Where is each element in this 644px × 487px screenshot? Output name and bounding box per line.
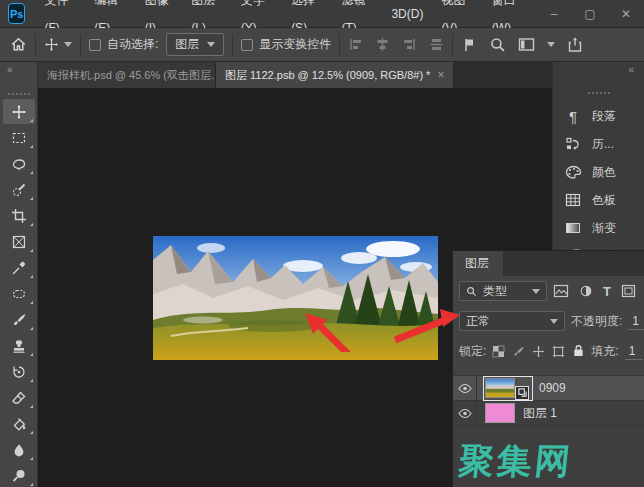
- auto-select-checkbox[interactable]: [89, 39, 101, 51]
- clone-stamp-tool[interactable]: [3, 333, 35, 358]
- dock-grip[interactable]: [588, 92, 610, 94]
- dock-collapse-control[interactable]: «: [552, 62, 644, 88]
- chevron-down-icon[interactable]: [547, 42, 555, 47]
- photoshop-window: Ps 文件(F) 编辑(E) 图像(I) 图层(L) 文字(Y) 选择(S) 滤…: [0, 0, 644, 487]
- filter-frame-icon[interactable]: [621, 284, 636, 298]
- visibility-eye-icon[interactable]: [453, 401, 477, 425]
- search-icon: [466, 286, 477, 297]
- home-icon[interactable]: [10, 36, 27, 53]
- lock-paint-icon[interactable]: [512, 345, 525, 358]
- filter-kind-value: 类型: [483, 283, 526, 300]
- color-palette-icon: [563, 165, 583, 180]
- lasso-tool[interactable]: [3, 151, 35, 176]
- lock-transparent-icon[interactable]: [492, 345, 505, 358]
- toolbar-collapse-control[interactable]: »: [0, 62, 38, 88]
- distribute-icon[interactable]: [429, 37, 444, 52]
- panel-button-paragraph[interactable]: ¶ 段落: [553, 102, 644, 130]
- auto-select-label: 自动选择:: [107, 36, 158, 53]
- share-icon[interactable]: [567, 36, 583, 53]
- auto-select-value: 图层: [175, 36, 199, 53]
- tool-options-bar: 自动选择: 图层 显示变换控件: [0, 28, 644, 62]
- chevron-down-icon: [532, 289, 540, 294]
- align-buttons: [348, 37, 444, 52]
- layers-tab[interactable]: 图层: [453, 251, 503, 276]
- workspace-icon[interactable]: [518, 37, 535, 52]
- layers-filter-row: 类型 T: [453, 276, 644, 306]
- crop-tool[interactable]: [3, 203, 35, 228]
- double-chevron-left-icon: «: [628, 64, 634, 88]
- smart-object-badge-icon: [515, 386, 529, 400]
- layers-panel-header: 图层: [453, 251, 644, 276]
- chevron-down-icon: [550, 319, 558, 324]
- document-tab-bar: » 海报样机.psd @ 45.6% (双击图层... × 图层 1122.ps…: [0, 62, 644, 88]
- layer-row-layer-1[interactable]: 图层 1: [453, 401, 644, 426]
- close-button[interactable]: ✕: [608, 0, 644, 28]
- watermark-text: 聚集网: [457, 438, 576, 485]
- lock-artboard-icon[interactable]: [552, 345, 565, 358]
- layer-thumbnail-smart-object[interactable]: [485, 378, 531, 399]
- tab-title: 图层 1122.psb @ 12.5% (0909, RGB/8#) *: [225, 68, 430, 83]
- layer-name: 0909: [539, 381, 566, 395]
- minimize-button[interactable]: –: [536, 0, 572, 28]
- lock-all-icon[interactable]: [572, 344, 585, 358]
- dodge-tool[interactable]: [3, 463, 35, 487]
- document-tab-layer-1122[interactable]: 图层 1122.psb @ 12.5% (0909, RGB/8#) * ×: [216, 62, 454, 88]
- panel-button-swatches[interactable]: 色板: [553, 186, 644, 214]
- show-transform-checkbox[interactable]: [241, 39, 253, 51]
- guides-icon[interactable]: [461, 37, 477, 53]
- quick-selection-tool[interactable]: [3, 177, 35, 202]
- move-tool[interactable]: [3, 99, 35, 124]
- layer-row-0909[interactable]: 0909: [453, 376, 644, 401]
- panel-button-gradient[interactable]: 渐变: [553, 214, 644, 242]
- move-tool-preset[interactable]: [44, 37, 72, 52]
- layer-name: 图层 1: [523, 405, 557, 422]
- window-controls: – ▢ ✕: [536, 0, 644, 28]
- align-center-icon[interactable]: [375, 37, 390, 52]
- menu-bar: Ps 文件(F) 编辑(E) 图像(I) 图层(L) 文字(Y) 选择(S) 滤…: [0, 0, 644, 28]
- document-tab-poster-mockup[interactable]: 海报样机.psd @ 45.6% (双击图层... ×: [38, 62, 216, 88]
- chevron-down-icon: [64, 42, 72, 47]
- move-tool-icon: [44, 37, 59, 52]
- history-icon: [563, 136, 583, 152]
- brush-tool[interactable]: [3, 307, 35, 332]
- layer-thumbnail-image: [485, 378, 515, 398]
- auto-select-dropdown[interactable]: 图层: [166, 33, 224, 56]
- opacity-value[interactable]: 1: [628, 313, 644, 330]
- gradient-paint-bucket-tool[interactable]: [3, 411, 35, 436]
- align-right-icon[interactable]: [402, 37, 417, 52]
- healing-brush-tool[interactable]: [3, 281, 35, 306]
- align-left-icon[interactable]: [348, 37, 363, 52]
- layer-thumbnail-pink[interactable]: [485, 403, 515, 423]
- visibility-eye-icon[interactable]: [453, 376, 477, 400]
- eyedropper-tool[interactable]: [3, 255, 35, 280]
- filter-pixel-icon[interactable]: [553, 284, 569, 298]
- show-transform-label: 显示变换控件: [259, 36, 331, 53]
- gradient-swatch-icon: [563, 221, 583, 235]
- blur-tool[interactable]: [3, 437, 35, 462]
- filter-kind-dropdown[interactable]: 类型: [459, 281, 547, 301]
- tab-close-icon[interactable]: ×: [437, 68, 444, 82]
- palette-grip[interactable]: [8, 93, 30, 95]
- chevron-down-icon: [207, 42, 215, 47]
- history-brush-tool[interactable]: [3, 359, 35, 384]
- frame-tool[interactable]: [3, 229, 35, 254]
- panel-button-color[interactable]: 颜色: [553, 158, 644, 186]
- maximize-button[interactable]: ▢: [572, 0, 608, 28]
- search-icon[interactable]: [489, 36, 506, 53]
- menu-3d[interactable]: 3D(D): [382, 0, 432, 28]
- blend-mode-value: 正常: [466, 313, 544, 330]
- landscape-image[interactable]: [153, 236, 438, 360]
- opacity-label: 不透明度:: [571, 313, 622, 330]
- swatches-grid-icon: [563, 192, 583, 208]
- panel-button-history[interactable]: 历...: [553, 130, 644, 158]
- fill-value[interactable]: 1: [625, 343, 643, 360]
- eraser-tool[interactable]: [3, 385, 35, 410]
- filter-adjustment-icon[interactable]: [579, 284, 593, 298]
- filter-type-icon[interactable]: T: [603, 284, 611, 299]
- lock-position-icon[interactable]: [532, 345, 545, 358]
- blend-mode-dropdown[interactable]: 正常: [459, 311, 565, 331]
- lock-label: 锁定:: [459, 343, 486, 360]
- tab-title: 海报样机.psd @ 45.6% (双击图层...: [47, 68, 216, 83]
- photoshop-logo-icon: Ps: [8, 3, 25, 24]
- marquee-tool[interactable]: [3, 125, 35, 150]
